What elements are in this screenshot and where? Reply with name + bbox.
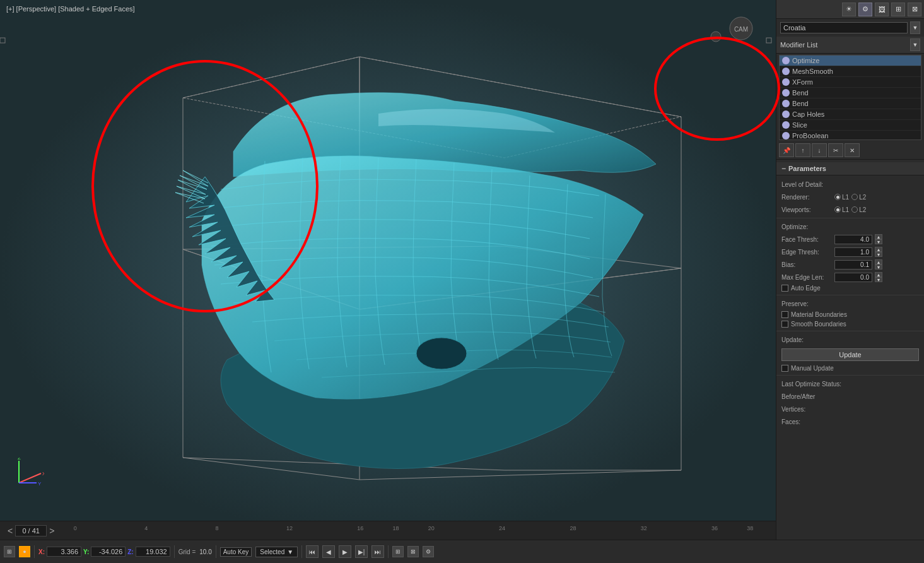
viewport-axes: X Z Y [13, 458, 44, 489]
modifier-bulb-meshsmooth[interactable] [782, 68, 790, 75]
parameters-label: Parameters [788, 165, 826, 172]
modifier-item-slice[interactable]: Slice [780, 120, 921, 131]
vertices-row: Vertices: [776, 403, 924, 415]
lod-label: Level of Detail: [781, 181, 832, 188]
face-thresh-spinner[interactable]: ▲ ▼ [875, 234, 882, 244]
viewports-l2[interactable]: L2 [851, 206, 866, 213]
modifier-item-bend1[interactable]: Bend [780, 88, 921, 98]
panel-icon-image[interactable]: 🖼 [875, 3, 889, 16]
modifier-icon-move-up[interactable]: ↑ [795, 143, 810, 157]
smooth-boundaries-checkbox[interactable] [781, 321, 788, 328]
material-boundaries-row[interactable]: Material Boundaries [776, 310, 924, 319]
name-dropdown-arrow[interactable]: ▼ [910, 21, 920, 34]
panel-icon-settings[interactable]: ⚙ [858, 3, 872, 16]
playback-prev[interactable]: ◀ [322, 545, 335, 558]
viewport-label: [+] [Perspective] [Shaded + Edged Faces] [6, 5, 135, 13]
timeline-bar[interactable]: < 0 / 41 > 0 4 8 12 16 18 20 24 28 32 36… [0, 521, 776, 540]
modifier-item-capholes[interactable]: Cap Holes [780, 109, 921, 120]
status-icon-mini3[interactable]: ⚙ [423, 546, 434, 557]
modifier-bulb-optimize[interactable] [782, 57, 790, 64]
status-icon-mini1[interactable]: ⊞ [392, 546, 404, 557]
modifier-icon-pin[interactable]: 📌 [779, 143, 794, 157]
bias-down[interactable]: ▼ [875, 264, 882, 270]
playback-play[interactable]: ▶ [339, 545, 351, 558]
modifier-item-bend2[interactable]: Bend [780, 98, 921, 109]
bias-up[interactable]: ▲ [875, 259, 882, 264]
modifier-name-meshsmooth: MeshSmooth [792, 68, 833, 75]
modifier-bulb-bend1[interactable] [782, 89, 790, 97]
modifier-icon-cut[interactable]: ✂ [828, 143, 843, 157]
face-thresh-up[interactable]: ▲ [875, 234, 882, 239]
divider-3 [776, 331, 924, 331]
manual-update-row[interactable]: Manual Update [776, 364, 924, 373]
max-edge-len-up[interactable]: ▲ [875, 272, 882, 277]
viewports-l1[interactable]: L1 [834, 206, 849, 213]
renderer-l2[interactable]: L2 [851, 194, 866, 201]
modifier-list-arrow[interactable]: ▼ [910, 39, 920, 51]
before-after-label: Before/After [781, 393, 832, 400]
max-edge-len-input[interactable] [834, 273, 872, 282]
max-edge-len-down[interactable]: ▼ [875, 277, 882, 282]
panel-icon-grid[interactable]: ⊞ [891, 3, 905, 16]
preserve-row: Preserve: [776, 297, 924, 310]
timeline-prev-arrow[interactable]: < [5, 526, 15, 536]
manual-update-checkbox[interactable] [781, 365, 788, 372]
modifier-name-slice: Slice [792, 121, 807, 129]
face-thresh-input[interactable] [834, 235, 872, 244]
modifier-icon-delete[interactable]: ✕ [845, 143, 860, 157]
parameters-header[interactable]: Parameters [776, 162, 924, 175]
viewport-3d[interactable]: [+] [Perspective] [Shaded + Edged Faces] [0, 0, 776, 540]
playback-end[interactable]: ⏭ [371, 545, 384, 558]
modifier-bulb-proboolean[interactable] [782, 132, 790, 139]
modifier-icon-move-down[interactable]: ↓ [812, 143, 827, 157]
timeline-next-arrow[interactable]: > [47, 526, 57, 536]
modifier-bulb-capholes[interactable] [782, 110, 790, 118]
modifier-item-proboolean[interactable]: ProBoolean [780, 131, 921, 140]
timeline-track[interactable]: 0 4 8 12 16 18 20 24 28 32 36 38 [59, 524, 768, 538]
renderer-l2-dot[interactable] [851, 194, 858, 200]
edge-thresh-spinner[interactable]: ▲ ▼ [875, 247, 882, 257]
bias-input[interactable] [834, 260, 872, 270]
playback-next[interactable]: ▶| [355, 545, 368, 558]
edge-thresh-up[interactable]: ▲ [875, 247, 882, 252]
edge-thresh-input[interactable] [834, 247, 872, 257]
grid-value: 10.0 [199, 548, 211, 555]
face-thresh-down[interactable]: ▼ [875, 239, 882, 244]
modifier-bulb-slice[interactable] [782, 121, 790, 129]
playback-start[interactable]: ⏮ [306, 545, 319, 558]
viewports-l1-dot[interactable] [834, 206, 841, 213]
last-optimize-row: Last Optimize Status: [776, 377, 924, 390]
selected-dropdown[interactable]: Selected ▼ [255, 547, 298, 557]
edge-thresh-down[interactable]: ▼ [875, 252, 882, 257]
auto-key-dropdown[interactable]: Auto Key [220, 547, 252, 557]
status-icon-snap[interactable]: ● [19, 546, 30, 557]
panel-icon-sun[interactable]: ☀ [842, 3, 856, 16]
modifier-bulb-xform[interactable] [782, 78, 790, 86]
status-icon-grid[interactable]: ⊞ [4, 546, 15, 557]
modifier-item-optimize[interactable]: Optimize [780, 56, 921, 66]
panel-top-icons: ☀ ⚙ 🖼 ⊞ ⊠ [776, 0, 924, 19]
modifier-bulb-bend2[interactable] [782, 100, 790, 107]
material-boundaries-checkbox[interactable] [781, 311, 788, 318]
svg-point-15 [711, 32, 721, 42]
modifier-item-xform[interactable]: XForm [780, 77, 921, 88]
edge-thresh-row: Edge Thresh: ▲ ▼ [776, 246, 924, 258]
timeline-mark-12: 12 [286, 525, 293, 531]
bias-spinner[interactable]: ▲ ▼ [875, 259, 882, 270]
renderer-l1-dot[interactable] [834, 194, 841, 200]
viewports-radio-group: L1 L2 [834, 206, 866, 213]
object-name-input[interactable] [780, 22, 908, 33]
smooth-boundaries-row[interactable]: Smooth Boundaries [776, 319, 924, 329]
panel-icon-cross[interactable]: ⊠ [908, 3, 921, 16]
viewports-l2-dot[interactable] [851, 206, 858, 213]
update-button[interactable]: Update [781, 348, 919, 361]
auto-edge-checkbox-row[interactable]: Auto Edge [776, 283, 924, 293]
max-edge-len-spinner[interactable]: ▲ ▼ [875, 272, 882, 282]
modifier-item-meshsmooth[interactable]: MeshSmooth [780, 66, 921, 77]
timeline-counter: 0 / 41 [15, 525, 47, 536]
renderer-l1[interactable]: L1 [834, 194, 849, 201]
status-icon-mini2[interactable]: ⊠ [407, 546, 419, 557]
auto-edge-checkbox[interactable] [781, 285, 788, 292]
modifier-list[interactable]: Optimize MeshSmooth XForm Bend Bend Cap … [779, 55, 921, 140]
modifier-name-optimize: Optimize [792, 57, 819, 64]
